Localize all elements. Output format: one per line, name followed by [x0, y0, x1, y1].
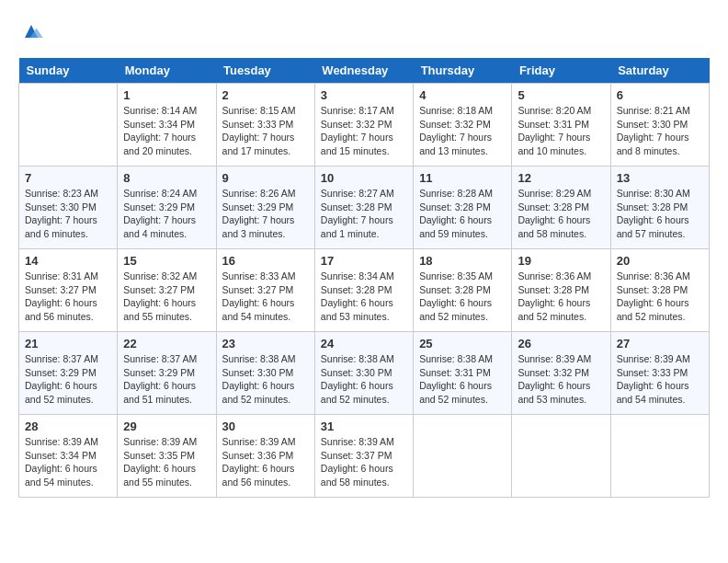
calendar-cell: 28Sunrise: 8:39 AM Sunset: 3:34 PM Dayli… [19, 415, 118, 498]
logo-icon [18, 18, 44, 44]
day-info: Sunrise: 8:34 AM Sunset: 3:28 PM Dayligh… [321, 270, 407, 324]
weekday-header: Thursday [414, 58, 512, 84]
day-number: 5 [518, 88, 604, 102]
calendar-week-row: 14Sunrise: 8:31 AM Sunset: 3:27 PM Dayli… [19, 249, 710, 332]
day-info: Sunrise: 8:35 AM Sunset: 3:28 PM Dayligh… [419, 270, 506, 324]
calendar-week-row: 28Sunrise: 8:39 AM Sunset: 3:34 PM Dayli… [19, 415, 710, 498]
day-info: Sunrise: 8:21 AM Sunset: 3:30 PM Dayligh… [617, 104, 703, 158]
calendar-cell: 13Sunrise: 8:30 AM Sunset: 3:28 PM Dayli… [610, 167, 709, 249]
day-info: Sunrise: 8:17 AM Sunset: 3:32 PM Dayligh… [321, 104, 407, 158]
day-info: Sunrise: 8:33 AM Sunset: 3:27 PM Dayligh… [222, 270, 309, 324]
day-number: 4 [419, 88, 506, 102]
day-info: Sunrise: 8:28 AM Sunset: 3:28 PM Dayligh… [419, 187, 506, 241]
weekday-header: Sunday [19, 58, 118, 84]
day-info: Sunrise: 8:38 AM Sunset: 3:30 PM Dayligh… [222, 352, 309, 407]
day-number: 28 [25, 419, 111, 433]
calendar-week-row: 1Sunrise: 8:14 AM Sunset: 3:34 PM Daylig… [19, 84, 710, 167]
calendar-cell: 18Sunrise: 8:35 AM Sunset: 3:28 PM Dayli… [414, 249, 512, 332]
calendar-cell: 21Sunrise: 8:37 AM Sunset: 3:29 PM Dayli… [19, 332, 118, 415]
day-number: 2 [222, 88, 309, 102]
calendar-cell: 19Sunrise: 8:36 AM Sunset: 3:28 PM Dayli… [512, 249, 610, 332]
calendar-cell: 14Sunrise: 8:31 AM Sunset: 3:27 PM Dayli… [19, 249, 118, 332]
calendar-week-row: 7Sunrise: 8:23 AM Sunset: 3:30 PM Daylig… [19, 167, 710, 249]
day-info: Sunrise: 8:36 AM Sunset: 3:28 PM Dayligh… [518, 270, 604, 324]
day-info: Sunrise: 8:39 AM Sunset: 3:32 PM Dayligh… [518, 352, 604, 407]
day-info: Sunrise: 8:37 AM Sunset: 3:29 PM Dayligh… [123, 352, 210, 407]
day-number: 16 [222, 254, 309, 268]
day-number: 24 [321, 337, 407, 350]
calendar-cell: 9Sunrise: 8:26 AM Sunset: 3:29 PM Daylig… [216, 167, 314, 249]
calendar-cell: 11Sunrise: 8:28 AM Sunset: 3:28 PM Dayli… [414, 167, 512, 249]
weekday-header: Monday [118, 58, 216, 84]
calendar-cell: 20Sunrise: 8:36 AM Sunset: 3:28 PM Dayli… [610, 249, 709, 332]
day-number: 11 [419, 171, 506, 185]
calendar-cell: 6Sunrise: 8:21 AM Sunset: 3:30 PM Daylig… [610, 84, 709, 167]
day-info: Sunrise: 8:31 AM Sunset: 3:27 PM Dayligh… [25, 270, 111, 324]
day-number: 27 [617, 337, 703, 350]
day-number: 19 [518, 254, 604, 268]
calendar-table: SundayMondayTuesdayWednesdayThursdayFrid… [18, 58, 710, 498]
weekday-header: Tuesday [216, 58, 314, 84]
day-number: 12 [518, 171, 604, 185]
calendar-week-row: 21Sunrise: 8:37 AM Sunset: 3:29 PM Dayli… [19, 332, 710, 415]
weekday-header: Wednesday [314, 58, 413, 84]
day-number: 1 [123, 88, 210, 102]
calendar-cell: 23Sunrise: 8:38 AM Sunset: 3:30 PM Dayli… [216, 332, 314, 415]
day-info: Sunrise: 8:39 AM Sunset: 3:33 PM Dayligh… [617, 352, 703, 407]
logo [18, 18, 50, 44]
calendar-cell: 26Sunrise: 8:39 AM Sunset: 3:32 PM Dayli… [512, 332, 610, 415]
day-info: Sunrise: 8:18 AM Sunset: 3:32 PM Dayligh… [419, 104, 506, 158]
day-number: 17 [321, 254, 407, 268]
weekday-header: Friday [512, 58, 610, 84]
calendar-cell: 15Sunrise: 8:32 AM Sunset: 3:27 PM Dayli… [118, 249, 216, 332]
day-info: Sunrise: 8:37 AM Sunset: 3:29 PM Dayligh… [25, 352, 111, 407]
calendar-cell: 17Sunrise: 8:34 AM Sunset: 3:28 PM Dayli… [314, 249, 413, 332]
day-number: 3 [321, 88, 407, 102]
day-info: Sunrise: 8:39 AM Sunset: 3:37 PM Dayligh… [321, 435, 407, 489]
day-number: 7 [25, 171, 111, 185]
calendar-cell: 3Sunrise: 8:17 AM Sunset: 3:32 PM Daylig… [314, 84, 413, 167]
day-number: 21 [25, 337, 111, 350]
day-number: 6 [617, 88, 703, 102]
calendar-cell: 29Sunrise: 8:39 AM Sunset: 3:35 PM Dayli… [118, 415, 216, 498]
day-number: 26 [518, 337, 604, 350]
calendar-cell: 5Sunrise: 8:20 AM Sunset: 3:31 PM Daylig… [512, 84, 610, 167]
calendar-cell: 4Sunrise: 8:18 AM Sunset: 3:32 PM Daylig… [414, 84, 512, 167]
day-number: 20 [617, 254, 703, 268]
day-info: Sunrise: 8:14 AM Sunset: 3:34 PM Dayligh… [123, 104, 210, 158]
calendar-cell: 1Sunrise: 8:14 AM Sunset: 3:34 PM Daylig… [118, 84, 216, 167]
day-info: Sunrise: 8:39 AM Sunset: 3:36 PM Dayligh… [222, 435, 309, 489]
day-number: 29 [123, 419, 210, 433]
day-info: Sunrise: 8:23 AM Sunset: 3:30 PM Dayligh… [25, 187, 111, 241]
calendar-cell: 27Sunrise: 8:39 AM Sunset: 3:33 PM Dayli… [610, 332, 709, 415]
calendar-cell: 8Sunrise: 8:24 AM Sunset: 3:29 PM Daylig… [118, 167, 216, 249]
day-info: Sunrise: 8:38 AM Sunset: 3:31 PM Dayligh… [419, 352, 506, 407]
day-number: 18 [419, 254, 506, 268]
weekday-header: Saturday [610, 58, 709, 84]
day-number: 23 [222, 337, 309, 350]
calendar-cell: 25Sunrise: 8:38 AM Sunset: 3:31 PM Dayli… [414, 332, 512, 415]
day-info: Sunrise: 8:29 AM Sunset: 3:28 PM Dayligh… [518, 187, 604, 241]
day-info: Sunrise: 8:24 AM Sunset: 3:29 PM Dayligh… [123, 187, 210, 241]
calendar-cell: 12Sunrise: 8:29 AM Sunset: 3:28 PM Dayli… [512, 167, 610, 249]
day-number: 30 [222, 419, 309, 433]
day-number: 14 [25, 254, 111, 268]
day-info: Sunrise: 8:26 AM Sunset: 3:29 PM Dayligh… [222, 187, 309, 241]
day-number: 8 [123, 171, 210, 185]
calendar-cell: 30Sunrise: 8:39 AM Sunset: 3:36 PM Dayli… [216, 415, 314, 498]
day-number: 31 [321, 419, 407, 433]
day-info: Sunrise: 8:15 AM Sunset: 3:33 PM Dayligh… [222, 104, 309, 158]
calendar-cell: 10Sunrise: 8:27 AM Sunset: 3:28 PM Dayli… [314, 167, 413, 249]
calendar-cell [512, 415, 610, 498]
day-number: 25 [419, 337, 506, 350]
page-header [18, 18, 710, 44]
calendar-cell [414, 415, 512, 498]
day-info: Sunrise: 8:38 AM Sunset: 3:30 PM Dayligh… [321, 352, 407, 407]
day-number: 9 [222, 171, 309, 185]
day-info: Sunrise: 8:39 AM Sunset: 3:34 PM Dayligh… [25, 435, 111, 489]
day-number: 13 [617, 171, 703, 185]
day-number: 15 [123, 254, 210, 268]
day-info: Sunrise: 8:20 AM Sunset: 3:31 PM Dayligh… [518, 104, 604, 158]
day-info: Sunrise: 8:39 AM Sunset: 3:35 PM Dayligh… [123, 435, 210, 489]
calendar-cell: 2Sunrise: 8:15 AM Sunset: 3:33 PM Daylig… [216, 84, 314, 167]
